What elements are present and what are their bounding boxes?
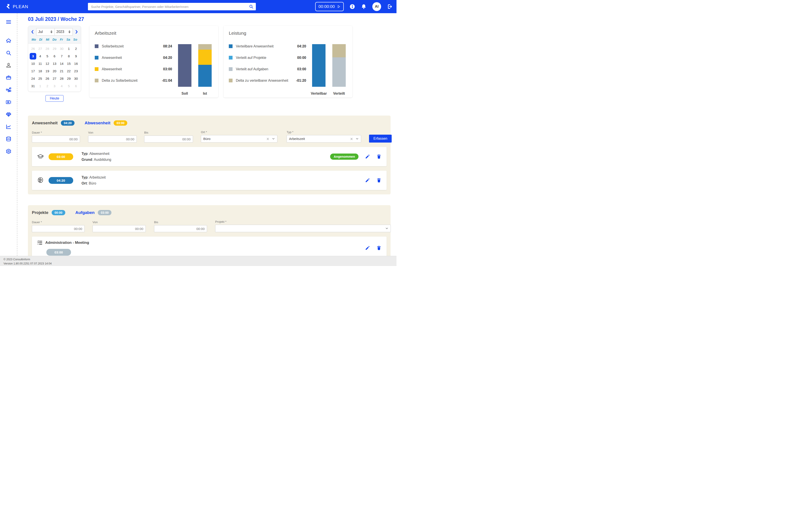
bis-input[interactable] [144,135,193,142]
calendar-day[interactable]: 1 [37,83,44,89]
dauer-input[interactable] [32,135,80,142]
calendar-day[interactable]: 4 [37,53,44,59]
calendar-day[interactable]: 27 [51,75,58,82]
sidebar-item-briefcase-icon[interactable] [6,75,12,80]
delete-button[interactable] [376,246,381,250]
duration-badge: 04:20 [49,177,73,184]
sidebar-item-network-icon[interactable] [6,87,12,93]
weekday-label: Do [51,38,58,41]
timer-button[interactable]: 00:00:00 [315,2,344,11]
delete-button[interactable] [376,154,381,159]
calendar-day[interactable]: 20 [51,68,58,74]
legend-swatch [229,67,233,71]
info-icon[interactable] [349,4,355,10]
calendar-day[interactable]: 2 [44,83,51,89]
bar-segment [198,44,211,50]
calendar-day[interactable]: 14 [58,60,65,67]
calendar-day[interactable]: 2 [72,45,79,52]
sidebar-item-database-icon[interactable] [6,136,12,142]
sidebar-item-home-icon[interactable] [6,38,12,43]
typ-select[interactable]: Arbeitszeit [287,135,361,142]
von-input[interactable] [88,135,137,142]
edit-button[interactable] [365,154,370,159]
calendar-day[interactable]: 6 [72,83,79,89]
tab-anwesenheit[interactable]: Anwesenheit 04:20 [32,120,74,126]
ort-select[interactable]: Büro [201,135,277,142]
year-select[interactable]: 2023 [55,28,73,36]
edit-button[interactable] [365,246,370,250]
calendar-day[interactable]: 16 [72,60,79,67]
search-icon[interactable] [249,4,254,9]
erfassen-button[interactable]: Erfassen [369,135,392,142]
calendar-day[interactable]: 25 [37,75,44,82]
calendar-day[interactable]: 15 [65,60,73,67]
projekt-select[interactable] [215,225,391,232]
calendar-day[interactable]: 26 [44,75,51,82]
calendar-day[interactable]: 31 [30,83,37,89]
legend-label: Abwesenheit [102,67,163,71]
calendar-day[interactable]: 28 [44,45,51,52]
calendar-prev-button[interactable] [30,30,35,34]
calendar-day[interactable]: 24 [30,75,37,82]
delete-button[interactable] [376,178,381,183]
leistung-card: Leistung Verteilbare Anwesenheit04:20Ver… [223,26,352,97]
calendar-day[interactable]: 18 [37,68,44,74]
calendar-day[interactable]: 23 [72,68,79,74]
sidebar-item-chart-icon[interactable] [6,124,12,130]
calendar-day[interactable]: 8 [65,53,73,59]
search-input[interactable] [88,3,256,10]
calendar-day[interactable]: 4 [58,83,65,89]
calendar-day[interactable]: 19 [44,68,51,74]
legend-value: 08:24 [163,44,172,48]
calendar-day[interactable]: 30 [58,45,65,52]
tab-aufgaben[interactable]: Aufgaben 03:00 [75,210,111,215]
tab-abwesenheit[interactable]: Abwesenheit 03:00 [85,120,127,126]
sidebar-item-search-icon[interactable] [6,50,12,56]
clear-icon[interactable] [266,137,269,140]
weekday-label: Di [37,38,44,41]
bis-input[interactable] [154,225,207,232]
calendar-day[interactable]: 5 [65,83,73,89]
edit-button[interactable] [365,178,370,183]
calendar-day[interactable]: 10 [30,60,37,67]
dauer-label: Dauer * [32,221,85,224]
bar-label: Soll [182,92,188,96]
calendar-day[interactable]: 7 [58,53,65,59]
avatar[interactable]: AI [372,2,381,11]
calendar-day[interactable]: 27 [37,45,44,52]
von-label: Von [93,221,146,224]
dauer-input[interactable] [32,225,85,232]
month-select[interactable]: Jul [36,28,55,36]
calendar-next-button[interactable] [74,30,79,34]
notifications-icon[interactable] [361,4,367,10]
calendar-day[interactable]: 6 [51,53,58,59]
brand[interactable]: PLEAN [4,3,29,10]
clear-icon[interactable] [350,137,353,140]
sidebar-item-contact-card-icon[interactable] [6,99,12,105]
calendar-day[interactable]: 28 [58,75,65,82]
calendar-day[interactable]: 26 [30,45,37,52]
calendar-day[interactable]: 29 [51,45,58,52]
calendar-day[interactable]: 21 [58,68,65,74]
today-button[interactable]: Heute [45,95,64,102]
calendar-day[interactable]: 3 [30,53,36,59]
calendar-day[interactable]: 29 [65,75,73,82]
logout-icon[interactable] [387,4,392,10]
calendar-day[interactable]: 30 [72,75,79,82]
calendar-day[interactable]: 9 [72,53,79,59]
tab-projekte[interactable]: Projekte 00:00 [32,210,65,215]
calendar-day[interactable]: 13 [51,60,58,67]
von-input[interactable] [93,225,146,232]
menu-icon[interactable] [6,19,12,25]
calendar-day[interactable]: 1 [65,45,73,52]
calendar-day[interactable]: 17 [30,68,37,74]
calendar-day[interactable]: 5 [44,53,51,59]
bar-column: Ist [198,44,211,96]
calendar-day[interactable]: 3 [51,83,58,89]
calendar-day[interactable]: 22 [65,68,73,74]
calendar-day[interactable]: 11 [37,60,44,67]
calendar-day[interactable]: 12 [44,60,51,67]
sidebar-item-person-icon[interactable] [6,62,12,68]
sidebar-item-gem-icon[interactable] [6,112,12,117]
sidebar-item-settings-icon[interactable] [6,149,12,154]
